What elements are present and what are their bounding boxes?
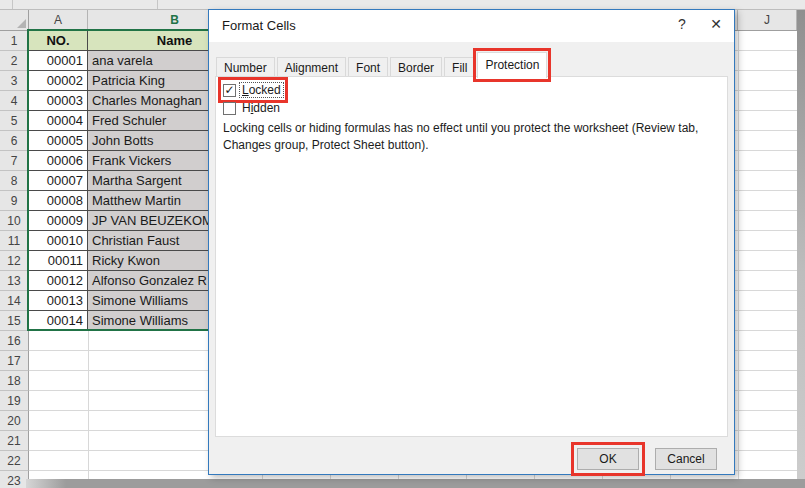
format-cells-dialog: Format Cells ? ✕ NumberAlignmentFontBord… xyxy=(208,9,735,475)
row-number-20[interactable]: 20 xyxy=(0,411,29,431)
ok-button[interactable]: OK xyxy=(577,448,639,470)
row-number-16[interactable]: 16 xyxy=(0,331,29,351)
row-number-19[interactable]: 19 xyxy=(0,391,29,411)
cell-no[interactable]: 00009 xyxy=(29,211,88,231)
checkbox-label: Locked xyxy=(240,83,283,97)
tab-font[interactable]: Font xyxy=(348,57,388,78)
row-number-5[interactable]: 5 xyxy=(0,111,29,131)
tab-number[interactable]: Number xyxy=(216,57,275,78)
row-number-gutter: 1234567891011121314151617181920212223 xyxy=(0,31,29,488)
row-number-21[interactable]: 21 xyxy=(0,431,29,451)
column-header-j[interactable]: J xyxy=(738,10,797,30)
cell-no[interactable]: 00007 xyxy=(29,171,88,191)
row-number-9[interactable]: 9 xyxy=(0,191,29,211)
row-number-15[interactable]: 15 xyxy=(0,311,29,331)
row-number-6[interactable]: 6 xyxy=(0,131,29,151)
right-edge-scrollbar[interactable] xyxy=(797,10,805,488)
tab-protection[interactable]: Protection xyxy=(477,52,547,78)
cell-no[interactable]: 00013 xyxy=(29,291,88,311)
excel-window: A B J 1234567891011121314151617181920212… xyxy=(0,0,805,488)
protection-tab-panel: ✓LockedHidden Locking cells or hiding fo… xyxy=(215,76,728,437)
checkbox-icon[interactable] xyxy=(223,102,236,115)
tab-alignment[interactable]: Alignment xyxy=(277,57,346,78)
row-number-8[interactable]: 8 xyxy=(0,171,29,191)
cell-no[interactable]: 00005 xyxy=(29,131,88,151)
row-number-1[interactable]: 1 xyxy=(0,31,29,51)
gridline xyxy=(738,31,739,488)
locked-checkbox[interactable]: ✓Locked xyxy=(223,82,283,98)
cell-no[interactable]: 00008 xyxy=(29,191,88,211)
select-all-triangle-icon xyxy=(17,19,26,28)
cell-no[interactable]: 00014 xyxy=(29,311,88,331)
row-number-22[interactable]: 22 xyxy=(0,451,29,471)
protection-description: Locking cells or hiding formulas has no … xyxy=(223,120,727,154)
row-number-12[interactable]: 12 xyxy=(0,251,29,271)
row-number-14[interactable]: 14 xyxy=(0,291,29,311)
row-number-10[interactable]: 10 xyxy=(0,211,29,231)
row-number-4[interactable]: 4 xyxy=(0,91,29,111)
cell-no[interactable]: 00006 xyxy=(29,151,88,171)
formula-bar-divider xyxy=(157,0,158,9)
row-number-17[interactable]: 17 xyxy=(0,351,29,371)
checkbox-label: Hidden xyxy=(240,101,282,115)
cell-no[interactable]: 00001 xyxy=(29,51,88,71)
column-header-a[interactable]: A xyxy=(29,10,88,30)
row-number-2[interactable]: 2 xyxy=(0,51,29,71)
cell-no[interactable]: 00012 xyxy=(29,271,88,291)
tab-border[interactable]: Border xyxy=(390,57,442,78)
close-icon[interactable]: ✕ xyxy=(705,16,727,36)
cancel-button[interactable]: Cancel xyxy=(655,448,717,470)
cell-no[interactable]: 00010 xyxy=(29,231,88,251)
name-box-divider xyxy=(12,0,13,9)
select-all-button[interactable] xyxy=(0,10,29,30)
dialog-titlebar[interactable]: Format Cells ? ✕ xyxy=(209,10,734,42)
hidden-checkbox[interactable]: Hidden xyxy=(223,100,282,116)
row-number-3[interactable]: 3 xyxy=(0,71,29,91)
cell-no-header[interactable]: NO. xyxy=(29,31,88,51)
row-number-23[interactable]: 23 xyxy=(0,471,29,488)
row-number-13[interactable]: 13 xyxy=(0,271,29,291)
bottom-window-edge xyxy=(26,479,805,488)
tab-fill[interactable]: Fill xyxy=(444,57,475,78)
cell-no[interactable]: 00011 xyxy=(29,251,88,271)
cell-no[interactable]: 00003 xyxy=(29,91,88,111)
row-number-7[interactable]: 7 xyxy=(0,151,29,171)
dialog-title: Format Cells xyxy=(222,18,296,33)
cell-no[interactable]: 00004 xyxy=(29,111,88,131)
checkbox-icon[interactable]: ✓ xyxy=(223,84,236,97)
dialog-tabs: NumberAlignmentFontBorderFillProtection xyxy=(216,55,549,78)
help-icon[interactable]: ? xyxy=(672,16,692,36)
cell-no[interactable]: 00002 xyxy=(29,71,88,91)
row-number-11[interactable]: 11 xyxy=(0,231,29,251)
row-number-18[interactable]: 18 xyxy=(0,371,29,391)
